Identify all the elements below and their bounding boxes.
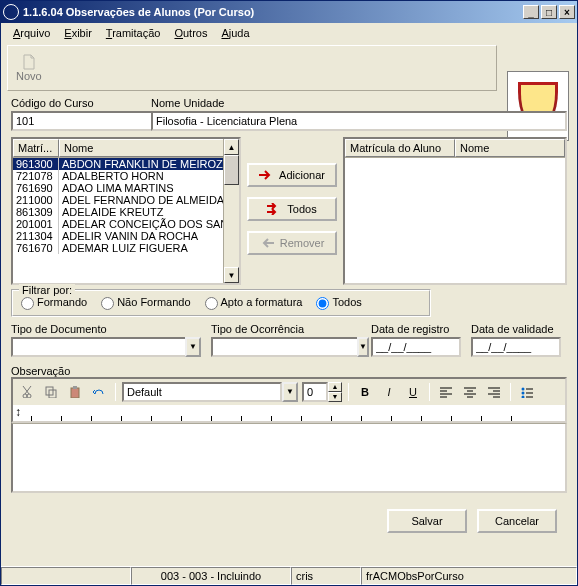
novo-button[interactable]: Novo [8, 50, 50, 86]
ruler[interactable]: ↕ [11, 405, 567, 423]
cell-nome: ADAO LIMA MARTINS [59, 182, 239, 194]
underline-icon: U [409, 386, 417, 398]
spin-up-icon[interactable]: ▲ [328, 382, 342, 392]
nome-unidade-input[interactable] [151, 111, 567, 131]
font-size-spinner[interactable]: ▲▼ [302, 382, 342, 402]
svg-point-7 [522, 391, 525, 394]
table-row[interactable]: 721078ADALBERTO HORN [13, 170, 239, 182]
bullets-button[interactable] [517, 382, 537, 402]
table-row[interactable]: 211000ADEL FERNANDO DE ALMEIDA [13, 194, 239, 206]
menu-ajuda[interactable]: Ajuda [215, 25, 255, 41]
table-row[interactable]: 961300ABDON FRANKLIN DE MEIROZ [13, 158, 239, 170]
radio-todos[interactable]: Todos [316, 296, 361, 310]
salvar-button[interactable]: Salvar [387, 509, 467, 533]
todos-button[interactable]: Todos [247, 197, 337, 221]
observacao-label: Observação [11, 365, 567, 377]
adicionar-button[interactable]: Adicionar [247, 163, 337, 187]
bold-button[interactable]: B [355, 382, 375, 402]
table-row[interactable]: 201001ADELAR CONCEIÇÃO DOS SAN [13, 218, 239, 230]
svg-rect-5 [73, 386, 77, 389]
radio-formando[interactable]: Formando [21, 296, 87, 310]
codigo-label: Código do Curso [11, 97, 141, 109]
chevron-down-icon[interactable]: ▼ [282, 382, 298, 402]
copy-button[interactable] [41, 382, 61, 402]
font-combo[interactable]: ▼ [122, 382, 298, 402]
table-row[interactable]: 761690ADAO LIMA MARTINS [13, 182, 239, 194]
cancelar-button[interactable]: Cancelar [477, 509, 557, 533]
scroll-thumb[interactable] [224, 155, 239, 185]
align-right-icon [488, 386, 500, 398]
app-icon [3, 4, 19, 20]
observacao-textarea[interactable] [11, 423, 567, 493]
close-button[interactable]: × [559, 5, 575, 19]
alunos-scrollbar[interactable]: ▲ ▼ [223, 139, 239, 283]
scroll-down-icon[interactable]: ▼ [224, 267, 239, 283]
arrow-right-icon [259, 170, 273, 180]
data-reg-label: Data de registro [371, 323, 461, 335]
cell-matricula: 201001 [13, 218, 59, 230]
radio-nao-formando[interactable]: Não Formando [101, 296, 190, 310]
chevron-down-icon[interactable]: ▼ [185, 337, 201, 357]
tipo-doc-combo[interactable]: ▼ [11, 337, 201, 357]
cell-matricula: 721078 [13, 170, 59, 182]
paste-button[interactable] [65, 382, 85, 402]
svg-rect-4 [71, 388, 79, 398]
scroll-up-icon[interactable]: ▲ [224, 139, 239, 155]
tipo-ocor-label: Tipo de Ocorrência [211, 323, 361, 335]
selecionados-listbox[interactable]: Matrícula do Aluno Nome [343, 137, 567, 285]
cell-nome: ADEMAR LUIZ FIGUERA [59, 242, 239, 254]
underline-button[interactable]: U [403, 382, 423, 402]
undo-button[interactable] [89, 382, 109, 402]
col-matri[interactable]: Matrí... [13, 139, 59, 157]
arrow-left-icon [260, 238, 274, 248]
table-row[interactable]: 761670ADEMAR LUIZ FIGUERA [13, 242, 239, 254]
filtrar-group: Filtrar por: Formando Não Formando Apto … [11, 289, 431, 317]
cell-nome: ABDON FRANKLIN DE MEIROZ [59, 158, 239, 170]
cell-nome: ADALBERTO HORN [59, 170, 239, 182]
table-row[interactable]: 861309ADELAIDE KREUTZ [13, 206, 239, 218]
remover-button[interactable]: Remover [247, 231, 337, 255]
cell-nome: ADELIR VANIN DA ROCHA [59, 230, 239, 242]
data-val-input[interactable] [471, 337, 561, 357]
titlebar[interactable]: 1.1.6.04 Observações de Alunos (Por Curs… [1, 1, 577, 23]
alunos-list-header: Matrí... Nome [13, 139, 239, 158]
cell-matricula: 961300 [13, 158, 59, 170]
radio-apto[interactable]: Apto a formatura [205, 296, 303, 310]
menu-exibir[interactable]: Exibir [58, 25, 98, 41]
spin-down-icon[interactable]: ▼ [328, 392, 342, 402]
cell-nome: ADEL FERNANDO DE ALMEIDA [59, 194, 239, 206]
alunos-listbox[interactable]: Matrí... Nome 961300ABDON FRANKLIN DE ME… [11, 137, 241, 285]
cut-button[interactable] [17, 382, 37, 402]
selecionados-list-header: Matrícula do Aluno Nome [345, 139, 565, 158]
status-user: cris [291, 567, 361, 585]
align-left-button[interactable] [436, 382, 456, 402]
tipo-ocor-combo[interactable]: ▼ [211, 337, 361, 357]
col-nome[interactable]: Nome [59, 139, 239, 157]
italic-icon: I [387, 386, 390, 398]
cut-icon [21, 386, 33, 398]
statusbar: 003 - 003 - Incluindo cris frACMObsPorCu… [1, 566, 577, 585]
col-matricula-aluno[interactable]: Matrícula do Aluno [345, 139, 455, 157]
menu-outros[interactable]: Outros [168, 25, 213, 41]
menu-arquivo[interactable]: Arquivo [7, 25, 56, 41]
bullets-icon [521, 386, 533, 398]
svg-point-6 [522, 387, 525, 390]
cell-matricula: 761690 [13, 182, 59, 194]
align-right-button[interactable] [484, 382, 504, 402]
double-arrow-right-icon [267, 203, 281, 215]
maximize-button[interactable]: □ [541, 5, 557, 19]
menu-tramitacao[interactable]: Tramitação [100, 25, 167, 41]
italic-button[interactable]: I [379, 382, 399, 402]
minimize-button[interactable]: _ [523, 5, 539, 19]
cell-matricula: 861309 [13, 206, 59, 218]
table-row[interactable]: 211304ADELIR VANIN DA ROCHA [13, 230, 239, 242]
status-form: frACMObsPorCurso [361, 567, 577, 585]
chevron-down-icon[interactable]: ▼ [357, 337, 369, 357]
indent-marker-icon[interactable]: ↕ [15, 405, 21, 419]
status-pos: 003 - 003 - Incluindo [131, 567, 291, 585]
col-nome-right[interactable]: Nome [455, 139, 565, 157]
data-reg-input[interactable] [371, 337, 461, 357]
align-center-button[interactable] [460, 382, 480, 402]
menubar: Arquivo Exibir Tramitação Outros Ajuda [1, 23, 577, 43]
codigo-input[interactable] [11, 111, 159, 131]
